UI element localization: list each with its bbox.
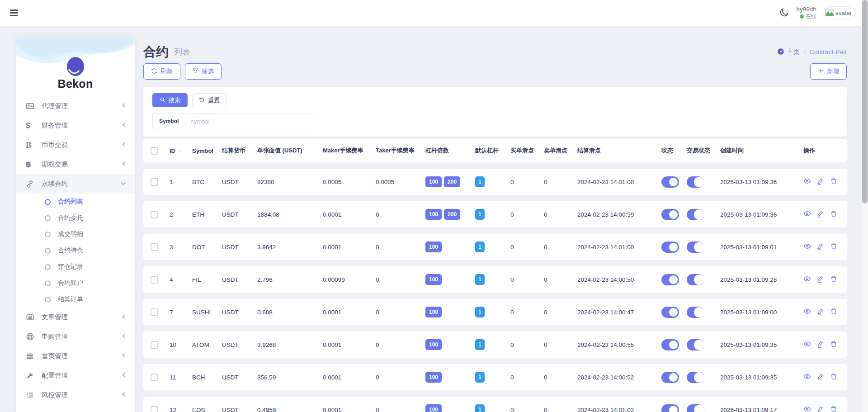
trade-status-toggle[interactable] xyxy=(687,339,704,350)
edit-button[interactable] xyxy=(817,373,824,382)
cell-taker-fee: 0 xyxy=(370,299,420,325)
row-checkbox[interactable] xyxy=(151,406,158,412)
sidebar-toggle-button[interactable] xyxy=(10,8,22,18)
col-leverage: 杠杆倍数 xyxy=(420,139,470,162)
row-checkbox[interactable] xyxy=(151,374,158,381)
delete-button[interactable] xyxy=(830,210,837,219)
row-checkbox[interactable] xyxy=(151,178,158,186)
sort-asc-icon[interactable]: ↑ xyxy=(179,147,182,154)
status-toggle[interactable] xyxy=(661,242,679,253)
broken-image-icon xyxy=(825,9,834,18)
sidebar-subitem-contract-list[interactable]: 合约列表 xyxy=(16,194,135,210)
edit-button[interactable] xyxy=(817,405,824,412)
brand-name[interactable]: Bekon xyxy=(16,77,135,90)
view-button[interactable] xyxy=(803,275,811,284)
view-button[interactable] xyxy=(803,308,811,317)
cell-id: 1 xyxy=(164,169,187,195)
dark-mode-toggle[interactable] xyxy=(779,7,789,19)
avatar[interactable]: avatar xyxy=(824,7,855,19)
delete-button[interactable] xyxy=(830,340,837,349)
cell-created-at: 2025-03-13 01:09:28 xyxy=(715,266,798,293)
edit-button[interactable] xyxy=(817,340,824,349)
breadcrumb-current[interactable]: Contract-Pair xyxy=(810,48,847,56)
delete-button[interactable] xyxy=(830,177,837,186)
reset-button[interactable]: 重置 xyxy=(192,93,226,107)
brand-logo[interactable] xyxy=(65,56,86,79)
delete-button[interactable] xyxy=(830,373,837,382)
edit-button[interactable] xyxy=(817,308,824,317)
cell-id: 2 xyxy=(164,201,187,227)
sidebar-header: Bekon xyxy=(16,38,135,91)
row-checkbox[interactable] xyxy=(151,211,158,218)
trade-status-toggle[interactable] xyxy=(687,209,704,220)
delete-button[interactable] xyxy=(830,275,837,284)
sidebar-item-finance[interactable]: $ 财务管理 xyxy=(16,116,135,135)
filter-button[interactable]: 筛选 xyxy=(185,63,222,80)
delete-button[interactable] xyxy=(830,308,837,317)
row-checkbox[interactable] xyxy=(151,341,158,349)
breadcrumb-home[interactable]: 主页 xyxy=(777,48,800,57)
view-button[interactable] xyxy=(803,405,811,412)
dashboard-icon xyxy=(777,48,784,57)
col-id[interactable]: ID↑ xyxy=(164,139,187,162)
sidebar-item-perpetual[interactable]: 永续合约 xyxy=(16,174,135,194)
sidebar-subitem-liquidation-records[interactable]: 穿仓记录 xyxy=(16,259,135,275)
sidebar-item-config[interactable]: 配置管理 xyxy=(16,366,135,385)
view-button[interactable] xyxy=(803,242,811,251)
cell-buy-slippage: 0 xyxy=(505,299,538,325)
sidebar-item-homepage[interactable]: 首页管理 xyxy=(16,346,135,366)
sidebar-item-agent[interactable]: 代理管理 xyxy=(16,96,135,116)
edit-button[interactable] xyxy=(817,275,824,284)
user-menu[interactable]: by99dh 在线 xyxy=(797,6,816,20)
delete-button[interactable] xyxy=(830,405,837,412)
page-title: 合约 xyxy=(143,43,169,61)
view-button[interactable] xyxy=(803,177,811,186)
cell-symbol: ATOM xyxy=(187,331,217,358)
status-toggle[interactable] xyxy=(661,339,679,350)
view-button[interactable] xyxy=(803,210,811,219)
status-toggle[interactable] xyxy=(661,176,679,188)
select-all-checkbox[interactable] xyxy=(151,147,158,155)
symbol-input[interactable] xyxy=(185,114,314,129)
cell-buy-slippage: 0 xyxy=(505,397,538,412)
edit-button[interactable] xyxy=(817,210,824,219)
sidebar-item-articles[interactable]: 文章管理 xyxy=(16,308,135,327)
user-status: 在线 xyxy=(797,13,816,20)
status-toggle[interactable] xyxy=(661,274,679,285)
status-toggle[interactable] xyxy=(661,404,679,412)
sidebar-item-risk-control[interactable]: 风控管理 xyxy=(16,385,135,405)
sidebar-subitem-positions[interactable]: 合约持仓 xyxy=(16,242,135,259)
row-checkbox[interactable] xyxy=(151,276,158,284)
sidebar-item-options-trade[interactable]: ฿ 期权交易 xyxy=(16,155,135,174)
sidebar-subitem-trade-details[interactable]: 成交明细 xyxy=(16,226,135,242)
sidebar-item-spot-trade[interactable]: B 币币交易 xyxy=(16,135,135,155)
trade-status-toggle[interactable] xyxy=(687,307,704,318)
delete-button[interactable] xyxy=(830,242,837,251)
edit-button[interactable] xyxy=(817,177,824,186)
sidebar-subitem-contract-orders[interactable]: 合约委托 xyxy=(16,210,135,226)
chevron-left-icon xyxy=(121,372,127,380)
row-checkbox[interactable] xyxy=(151,243,158,251)
edit-button[interactable] xyxy=(817,242,824,251)
sidebar-subitem-settlement-orders[interactable]: 结算订单 xyxy=(16,291,135,308)
search-button[interactable]: 搜索 xyxy=(152,93,188,107)
trade-status-toggle[interactable] xyxy=(687,404,704,412)
page-header: 合约 列表 主页 / Contract-Pair xyxy=(143,43,847,61)
trade-status-toggle[interactable] xyxy=(687,372,704,383)
status-toggle[interactable] xyxy=(661,307,679,318)
sidebar-subitem-contract-accounts[interactable]: 合约账户 xyxy=(16,275,135,291)
trade-status-toggle[interactable] xyxy=(687,242,704,253)
default-leverage-badge: 1 xyxy=(475,274,485,285)
refresh-button[interactable]: 刷新 xyxy=(143,63,180,80)
trade-status-toggle[interactable] xyxy=(687,274,704,285)
col-maker-fee: Maker手续费率 xyxy=(317,139,370,162)
row-checkbox[interactable] xyxy=(151,308,158,316)
scrollbar-thumb[interactable] xyxy=(862,0,868,204)
trade-status-toggle[interactable] xyxy=(687,176,704,188)
add-button[interactable]: 新增 xyxy=(810,63,847,80)
view-button[interactable] xyxy=(803,373,811,382)
sidebar-item-subscription[interactable]: 申购管理 xyxy=(16,327,135,346)
status-toggle[interactable] xyxy=(661,209,679,220)
view-button[interactable] xyxy=(803,340,811,349)
status-toggle[interactable] xyxy=(661,372,679,383)
